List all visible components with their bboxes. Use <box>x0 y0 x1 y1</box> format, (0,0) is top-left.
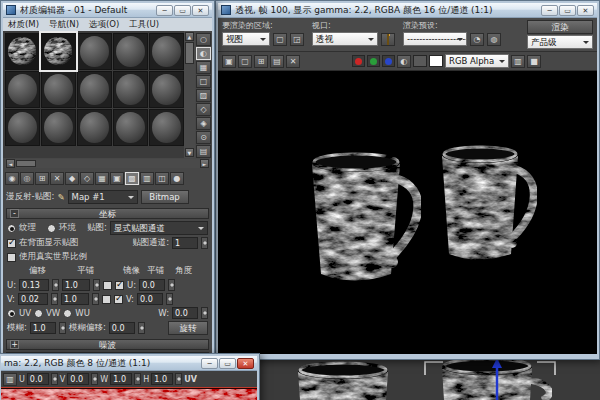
background-icon[interactable]: ▦ <box>196 61 211 74</box>
toggle-ui-icon[interactable]: ■ <box>527 55 541 68</box>
maximize-icon[interactable]: ▭ <box>219 358 236 369</box>
sample-slot[interactable] <box>77 109 112 146</box>
u-angle-field[interactable]: 0.0 <box>139 279 165 291</box>
alpha-channel-button[interactable] <box>413 55 427 67</box>
material-map-navigator-icon[interactable]: ▤ <box>196 145 211 158</box>
minimize-icon[interactable]: ─ <box>156 5 173 16</box>
sample-slot-textured-1[interactable] <box>5 33 40 70</box>
real-world-scale-checkbox[interactable] <box>7 253 16 262</box>
auto-region-icon[interactable]: ◲ <box>290 33 304 46</box>
reset-map-icon[interactable]: ✕ <box>50 172 64 185</box>
sample-uv-tiling-icon[interactable]: □ <box>196 75 211 88</box>
scrollbar-thumb[interactable] <box>16 160 36 167</box>
material-id-channel-icon[interactable]: ▣ <box>110 172 124 185</box>
wu-radio[interactable] <box>63 309 72 318</box>
lock-viewport-button[interactable] <box>381 33 395 46</box>
channel-display-dropdown[interactable]: RGB Alpha <box>445 54 509 68</box>
rendered-image[interactable] <box>218 71 597 354</box>
v-tiling-spinner[interactable] <box>92 293 99 305</box>
get-material-icon[interactable]: ◉ <box>5 172 19 185</box>
sample-slot[interactable] <box>149 33 184 70</box>
rotate-button[interactable]: 旋转 <box>168 321 208 335</box>
u-angle-spinner[interactable] <box>168 279 175 291</box>
coordinates-rollout-header[interactable]: - 坐标 <box>6 208 209 219</box>
save-image-icon[interactable]: ▣ <box>222 55 236 68</box>
crop-h-field[interactable]: 1.0 <box>151 373 173 385</box>
sample-horizontal-scrollbar[interactable]: ◄ ► <box>5 159 210 168</box>
u-offset-field[interactable]: 0.13 <box>19 279 49 291</box>
scrollbar-thumb[interactable] <box>185 42 194 64</box>
crop-mode-icon[interactable]: ▥ <box>3 373 17 386</box>
close-icon[interactable]: ✕ <box>577 5 594 16</box>
menu-options[interactable]: 选项(O) <box>89 19 119 31</box>
clone-rendered-frame-icon[interactable]: ⊞ <box>254 55 268 68</box>
sample-slot[interactable] <box>41 109 76 146</box>
map-channel-field[interactable]: 1 <box>172 237 198 249</box>
blur-spinner[interactable] <box>59 322 66 334</box>
clear-image-icon[interactable]: ✕ <box>286 55 300 68</box>
sample-slot[interactable] <box>41 71 76 108</box>
scroll-down-icon[interactable]: ▼ <box>185 148 194 157</box>
vw-radio[interactable] <box>34 309 43 318</box>
uv-mode-label[interactable]: UV <box>184 375 197 384</box>
close-icon[interactable]: ✕ <box>192 5 209 16</box>
monochrome-icon[interactable]: ◐ <box>397 55 411 68</box>
crop-h-spinner[interactable] <box>175 373 182 385</box>
crop-w-spinner[interactable] <box>134 373 141 385</box>
render-quality-dropdown[interactable]: 产品级 <box>527 35 593 49</box>
menu-navigation[interactable]: 导航(N) <box>49 19 79 31</box>
minimize-icon[interactable]: ─ <box>201 358 218 369</box>
video-color-check-icon[interactable]: ▨ <box>196 89 211 102</box>
crop-u-spinner[interactable] <box>51 373 58 385</box>
backlight-icon[interactable]: ◐ <box>196 47 211 60</box>
blue-channel-button[interactable] <box>382 55 395 67</box>
edit-region-icon[interactable]: ▢ <box>273 33 287 46</box>
green-channel-button[interactable] <box>367 55 380 67</box>
environ-radio[interactable] <box>47 224 56 233</box>
v-offset-field[interactable]: 0.02 <box>18 293 48 305</box>
w-angle-field[interactable]: 0.0 <box>172 307 198 319</box>
v-angle-spinner[interactable] <box>166 293 173 305</box>
bitmap-preview-image[interactable] <box>1 387 257 400</box>
w-angle-spinner[interactable] <box>201 307 208 319</box>
maximize-icon[interactable]: ▭ <box>559 5 576 16</box>
uv-radio[interactable] <box>7 309 16 318</box>
v-tiling-field[interactable]: 1.0 <box>61 293 89 305</box>
v-tile-checkbox[interactable] <box>114 295 123 304</box>
put-material-to-scene-icon[interactable]: ◎ <box>20 172 34 185</box>
render-preset-dropdown[interactable]: -------------------- <box>403 32 467 46</box>
sample-slot[interactable] <box>77 33 112 70</box>
sample-slot[interactable] <box>113 109 148 146</box>
menu-material[interactable]: 材质(M) <box>8 19 39 31</box>
show-end-result-icon[interactable]: ▥ <box>140 172 154 185</box>
crop-u-field[interactable]: 0.0 <box>27 373 49 385</box>
blur-field[interactable]: 1.0 <box>30 322 56 334</box>
v-offset-spinner[interactable] <box>51 293 58 305</box>
noise-rollout-header[interactable]: + 噪波 <box>6 339 209 350</box>
map-name-dropdown[interactable]: Map #1 <box>68 190 138 204</box>
blur-offset-field[interactable]: 0.0 <box>109 322 135 334</box>
render-window-titlebar[interactable]: 透视, 帧 100, 显示 gamma: 2.2, RGBA 颜色 16 位/通… <box>218 3 597 18</box>
sample-slot[interactable] <box>113 33 148 70</box>
sample-slot[interactable] <box>113 71 148 108</box>
red-channel-button[interactable] <box>352 55 365 67</box>
scroll-left-icon[interactable]: ◄ <box>6 159 15 168</box>
crop-w-field[interactable]: 1.0 <box>110 373 132 385</box>
render-setup-icon[interactable]: ◔ <box>470 33 484 46</box>
eyedropper-icon[interactable]: ✎ <box>57 192 64 202</box>
sample-slot[interactable] <box>5 71 40 108</box>
close-icon[interactable]: ✕ <box>237 358 254 369</box>
select-by-material-icon[interactable]: ⊙ <box>196 131 211 144</box>
go-to-parent-icon[interactable]: ◫ <box>155 172 169 185</box>
put-to-library-icon[interactable]: ▦ <box>95 172 109 185</box>
minimize-icon[interactable]: ─ <box>541 5 558 16</box>
material-editor-titlebar[interactable]: 材质编辑器 - 01 - Default ─ ▭ ✕ <box>3 3 212 18</box>
mapping-dropdown[interactable]: 显式贴图通道 <box>110 221 208 235</box>
copy-image-icon[interactable]: ▢ <box>238 55 252 68</box>
map-type-button[interactable]: Bitmap <box>141 190 189 204</box>
make-unique-icon[interactable]: ◇ <box>80 172 94 185</box>
print-image-icon[interactable]: ▤ <box>270 55 284 68</box>
assign-material-to-selection-icon[interactable]: ⊞ <box>35 172 49 185</box>
sample-slot[interactable] <box>149 71 184 108</box>
sample-slot[interactable] <box>5 109 40 146</box>
